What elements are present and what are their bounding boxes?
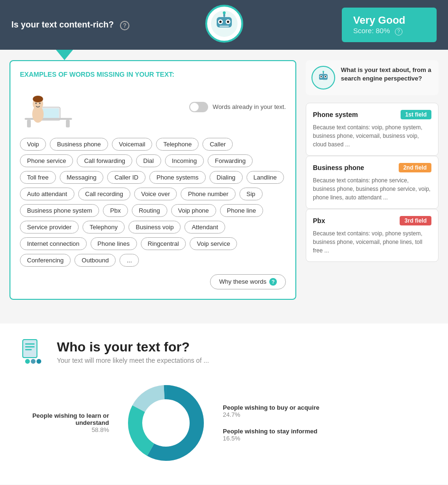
- header-help-icon[interactable]: ?: [120, 21, 129, 30]
- chart-right-labels: People wishing to buy or acquire 24.7% P…: [209, 404, 429, 442]
- field-card-1: Phone system 1st field Because text cont…: [306, 103, 439, 156]
- header-question-text: Is your text content-rich?: [11, 20, 114, 29]
- chart-left-label: People wishing to learn or understand 58…: [19, 412, 123, 433]
- word-tag[interactable]: Voicemail: [112, 138, 153, 151]
- word-tag[interactable]: Telephone: [156, 138, 199, 151]
- svg-point-34: [31, 359, 36, 364]
- svg-rect-26: [320, 80, 323, 81]
- word-tag[interactable]: Incoming: [165, 154, 204, 167]
- word-tag[interactable]: Attendant: [184, 221, 225, 234]
- word-tag[interactable]: Phone systems: [149, 171, 206, 184]
- tags-container: VoipBusiness phoneVoicemailTelephoneCall…: [20, 138, 286, 267]
- word-tag[interactable]: Dialing: [210, 171, 243, 184]
- word-tag[interactable]: Landline: [247, 171, 284, 184]
- chart-right-item-2: People wishing to stay informed 16.5%: [223, 428, 429, 442]
- arrow-pointer: [27, 50, 448, 60]
- word-tag[interactable]: Forwarding: [208, 154, 253, 167]
- chart-left-pct: 58.8%: [19, 426, 109, 433]
- robot-icon: [209, 9, 239, 39]
- svg-point-4: [219, 21, 221, 23]
- why-these-words-button[interactable]: Why these words ?: [210, 274, 286, 289]
- svg-point-17: [33, 96, 43, 102]
- word-tag[interactable]: Phone line: [220, 204, 263, 217]
- field-cards-container: Phone system 1st field Because text cont…: [306, 103, 439, 262]
- svg-rect-32: [25, 349, 32, 350]
- chart-right-item-1: People wishing to buy or acquire 24.7%: [223, 404, 429, 418]
- header-question: Is your text content-rich? ?: [11, 19, 342, 31]
- word-tag[interactable]: Dial: [136, 154, 161, 167]
- word-tag[interactable]: Voip phone: [171, 204, 216, 217]
- word-tag[interactable]: Business phone system: [20, 204, 99, 217]
- toggle-label: Words already in your text.: [213, 103, 286, 110]
- right-header: What is your text about, from a search e…: [306, 60, 439, 95]
- bottom-title: Who is your text for?: [57, 340, 209, 355]
- word-tag[interactable]: Voice over: [134, 188, 177, 200]
- svg-point-5: [227, 21, 229, 23]
- word-tag[interactable]: Voip service: [190, 237, 237, 250]
- word-tag[interactable]: Phone lines: [91, 237, 137, 250]
- chart-area: People wishing to learn or understand 58…: [19, 380, 429, 466]
- field-card-3: Pbx 3rd field Because text contains: voi…: [306, 209, 439, 262]
- word-tag[interactable]: Business phone: [50, 138, 108, 151]
- word-tag[interactable]: Caller ID: [107, 171, 146, 184]
- bottom-subtitle: Your text will more likely meet the expe…: [57, 357, 209, 364]
- svg-point-8: [223, 11, 226, 14]
- toggle-switch[interactable]: [189, 102, 208, 112]
- donut-chart: [123, 380, 209, 466]
- panel-title: EXAMPLES OF WORDS MISSING IN YOUR TEXT:: [20, 71, 286, 78]
- person-illustration: [20, 86, 77, 128]
- field-badge: 3rd field: [400, 216, 431, 225]
- field-card-header: Business phone 2nd field: [313, 163, 431, 172]
- field-card-header: Pbx 3rd field: [313, 216, 431, 225]
- bottom-icon: [19, 338, 47, 366]
- score-sub: Score: 80% ?: [353, 27, 425, 36]
- word-tag[interactable]: Routing: [132, 204, 167, 217]
- field-name: Pbx: [313, 217, 325, 225]
- svg-rect-11: [66, 120, 70, 127]
- header-score-panel: Very Good Score: 80% ?: [342, 8, 437, 42]
- chart-left-title: People wishing to learn or understand: [19, 412, 109, 426]
- word-tag[interactable]: Toll free: [20, 171, 56, 184]
- why-btn-row: Why these words ?: [20, 274, 286, 289]
- score-label: Very Good: [353, 14, 425, 27]
- right-header-text: What is your text about, from a search e…: [341, 66, 433, 83]
- svg-point-18: [36, 102, 37, 104]
- word-tag[interactable]: Service provider: [20, 221, 79, 234]
- svg-point-40: [143, 400, 189, 446]
- word-tag[interactable]: Caller: [202, 138, 233, 151]
- field-badge: 2nd field: [399, 163, 431, 172]
- word-tag[interactable]: Phone service: [20, 154, 73, 167]
- score-help-icon[interactable]: ?: [395, 28, 402, 36]
- main-content: EXAMPLES OF WORDS MISSING IN YOUR TEXT:: [0, 60, 448, 309]
- word-tag[interactable]: ...: [119, 254, 139, 267]
- toggle-area: Words already in your text.: [189, 102, 286, 112]
- field-name: Business phone: [313, 164, 364, 171]
- toggle-knob: [190, 103, 199, 111]
- field-card-2: Business phone 2nd field Because text co…: [306, 156, 439, 209]
- word-tag[interactable]: Auto attendant: [20, 188, 74, 200]
- left-panel: EXAMPLES OF WORDS MISSING IN YOUR TEXT:: [9, 60, 296, 300]
- bottom-section: Who is your text for? Your text will mor…: [0, 323, 448, 485]
- illustration-row: Words already in your text.: [20, 86, 286, 128]
- word-tag[interactable]: Ringcentral: [141, 237, 186, 250]
- why-help-icon: ?: [269, 278, 277, 286]
- word-tag[interactable]: Internet connection: [20, 237, 87, 250]
- word-tag[interactable]: Messaging: [60, 171, 104, 184]
- word-tag[interactable]: Call forwarding: [77, 154, 132, 167]
- field-desc: Because text contains: voip, phone syste…: [313, 123, 431, 149]
- right-panel: What is your text about, from a search e…: [306, 60, 439, 300]
- word-tag[interactable]: Outbound: [74, 254, 116, 267]
- word-tag[interactable]: Telephony: [82, 221, 125, 234]
- word-tag[interactable]: Sip: [239, 188, 263, 200]
- word-tag[interactable]: Voip: [20, 138, 46, 151]
- word-tag[interactable]: Phone number: [181, 188, 235, 200]
- word-tag[interactable]: Call recording: [78, 188, 130, 200]
- svg-rect-6: [219, 26, 229, 27]
- svg-rect-10: [27, 120, 31, 127]
- header-bar: Is your text content-rich? ? Very Good S…: [0, 0, 448, 50]
- word-tag[interactable]: Business voip: [128, 221, 181, 234]
- word-tag[interactable]: Conferencing: [20, 254, 71, 267]
- word-tag[interactable]: Pbx: [103, 204, 128, 217]
- svg-rect-29: [23, 340, 37, 358]
- field-desc: Because text contains: phone service, bu…: [313, 176, 431, 202]
